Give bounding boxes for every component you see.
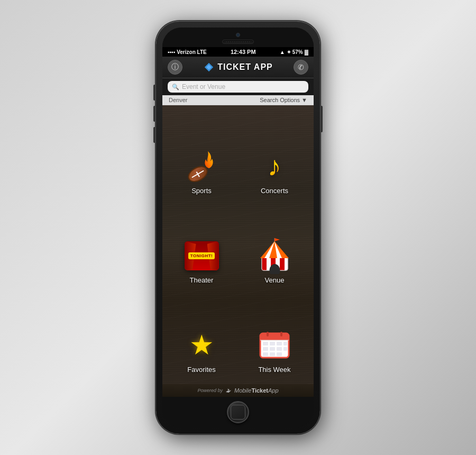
- app-title-area: TICKET APP: [203, 61, 273, 73]
- home-button-area: [162, 397, 314, 427]
- svg-rect-28: [277, 352, 282, 356]
- favorites-label: Favorites: [187, 366, 215, 374]
- grid-item-concerts[interactable]: ♪ Concerts: [241, 113, 308, 197]
- grid-item-sports[interactable]: Sports: [168, 113, 235, 197]
- svg-rect-26: [263, 352, 268, 356]
- call-button[interactable]: ✆: [294, 60, 308, 75]
- this-week-icon-wrap: [256, 326, 293, 363]
- dropdown-arrow-icon: ▼: [301, 97, 307, 103]
- app-header: ⓘ TICKET APP ✆: [162, 57, 314, 78]
- tent-icon: [258, 237, 292, 274]
- svg-rect-5: [280, 257, 285, 270]
- concerts-label: Concerts: [261, 187, 288, 195]
- svg-rect-18: [263, 342, 268, 345]
- sports-label: Sports: [191, 187, 212, 195]
- ticket-icon: [203, 61, 215, 73]
- svg-rect-24: [277, 347, 282, 351]
- signal-bars: ▪▪▪▪: [168, 49, 175, 55]
- status-time: 12:43 PM: [231, 49, 256, 55]
- svg-rect-25: [283, 347, 287, 351]
- this-week-label: This Week: [258, 366, 290, 374]
- search-options-label: Search Options: [260, 97, 300, 103]
- search-options-button[interactable]: Search Options ▼: [260, 97, 307, 103]
- status-bar: ▪▪▪▪ Verizon LTE 12:43 PM ▲ ✦ 57% ▓: [162, 47, 314, 57]
- home-button[interactable]: [227, 401, 249, 423]
- music-note-icon: ♪: [268, 152, 281, 180]
- speaker: [222, 40, 254, 44]
- theater-label: Theater: [190, 276, 214, 284]
- search-icon: 🔍: [172, 84, 179, 90]
- svg-rect-20: [277, 342, 282, 345]
- camera: [236, 33, 240, 37]
- svg-marker-11: [274, 238, 280, 241]
- powered-by-text: Powered by: [197, 388, 223, 393]
- top-hardware-bar: [162, 28, 314, 47]
- footer: Powered by MobileTicketApp: [162, 384, 314, 397]
- bird-icon: [225, 388, 232, 393]
- status-right: ▲ ✦ 57% ▓: [280, 49, 308, 55]
- svg-rect-19: [270, 342, 275, 345]
- bluetooth-icon: ✦: [287, 49, 291, 55]
- svg-rect-15: [260, 336, 289, 340]
- app-title-text: TICKET APP: [217, 62, 273, 72]
- svg-rect-3: [262, 257, 267, 270]
- svg-rect-16: [267, 332, 269, 336]
- svg-marker-7: [260, 241, 289, 258]
- main-grid: Sports ♪ Concerts TONIGHT! Theater: [162, 105, 314, 384]
- phone-icon: ✆: [298, 63, 304, 71]
- status-left: ▪▪▪▪ Verizon LTE: [168, 49, 207, 55]
- grid-item-theater[interactable]: TONIGHT! Theater: [168, 203, 235, 287]
- brand-label: MobileTicketApp: [234, 387, 279, 394]
- info-button[interactable]: ⓘ: [168, 60, 182, 75]
- svg-rect-23: [270, 347, 275, 351]
- grid-item-this-week[interactable]: This Week: [241, 292, 308, 376]
- theater-icon-wrap: TONIGHT!: [183, 237, 220, 274]
- info-icon: ⓘ: [171, 62, 179, 72]
- phone-screen: ▪▪▪▪ Verizon LTE 12:43 PM ▲ ✦ 57% ▓ ⓘ: [162, 28, 314, 427]
- grid-item-venue[interactable]: Venue: [241, 203, 308, 287]
- battery-icon: ▓: [305, 49, 308, 55]
- theater-icon: TONIGHT!: [185, 241, 219, 270]
- battery-label: 57%: [292, 49, 303, 55]
- svg-rect-22: [263, 347, 268, 351]
- svg-rect-17: [280, 332, 282, 336]
- concerts-icon-wrap: ♪: [256, 148, 293, 185]
- star-icon: ★: [189, 331, 214, 359]
- carrier-label: Verizon LTE: [177, 49, 207, 55]
- svg-rect-21: [283, 342, 287, 345]
- sports-icon: [185, 149, 219, 184]
- city-label: Denver: [169, 97, 187, 103]
- search-bar: 🔍 Event or Venue: [162, 78, 314, 95]
- venue-icon-wrap: [256, 237, 293, 274]
- venue-label: Venue: [265, 276, 285, 284]
- grid-item-favorites[interactable]: ★ Favorites: [168, 292, 235, 376]
- search-placeholder: Event or Venue: [182, 83, 225, 90]
- location-icon: ▲: [280, 49, 285, 55]
- favorites-icon-wrap: ★: [183, 326, 220, 363]
- svg-rect-27: [270, 352, 275, 356]
- tonight-badge: TONIGHT!: [188, 252, 215, 259]
- search-input-wrap[interactable]: 🔍 Event or Venue: [168, 81, 308, 93]
- sports-icon-wrap: [183, 148, 220, 185]
- location-bar: Denver Search Options ▼: [162, 95, 314, 105]
- calendar-icon: [259, 331, 290, 359]
- home-button-inner: [231, 405, 245, 420]
- phone-device: ▪▪▪▪ Verizon LTE 12:43 PM ▲ ✦ 57% ▓ ⓘ: [156, 21, 320, 434]
